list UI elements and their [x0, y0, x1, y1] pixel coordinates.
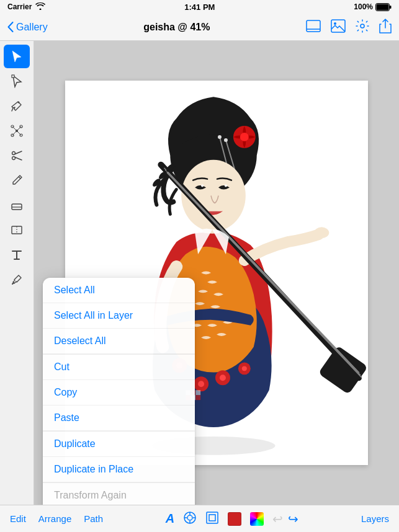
tool-select[interactable] — [4, 45, 30, 68]
svg-line-24 — [12, 283, 14, 284]
layers-button[interactable]: Layers — [361, 513, 389, 524]
context-menu: Select All Select All in Layer Deselect … — [43, 278, 195, 505]
svg-rect-59 — [195, 395, 200, 400]
tool-shape[interactable] — [4, 218, 30, 242]
svg-point-34 — [201, 185, 204, 187]
page-title: geisha @ 41% — [143, 22, 210, 33]
fill-color-swatch[interactable] — [228, 512, 241, 526]
settings-icon[interactable] — [356, 19, 369, 35]
arrange-button[interactable]: Arrange — [38, 513, 71, 524]
frame-icon[interactable] — [205, 511, 219, 527]
left-toolbar — [0, 41, 34, 505]
menu-item-select-all[interactable]: Select All — [43, 278, 195, 303]
bottom-left-buttons: Edit Arrange Path — [10, 513, 103, 524]
svg-rect-2 — [390, 6, 392, 9]
tool-eyedropper[interactable] — [4, 268, 30, 291]
tool-pencil[interactable] — [4, 169, 30, 192]
tool-scissors[interactable] — [4, 144, 30, 167]
menu-item-transform-again: Transform Again — [43, 483, 195, 505]
bottom-center-controls: A ↩ ↪ — [166, 511, 298, 527]
svg-line-17 — [15, 151, 22, 154]
undo-button[interactable]: ↩ — [272, 512, 283, 526]
svg-point-28 — [240, 133, 249, 141]
battery-icon — [375, 3, 392, 11]
main-area: Select All Select All in Layer Deselect … — [0, 41, 399, 505]
edit-button[interactable]: Edit — [10, 513, 26, 524]
tool-node[interactable] — [4, 119, 30, 143]
menu-item-duplicate-in-place[interactable]: Duplicate in Place — [43, 457, 195, 482]
svg-line-18 — [15, 157, 22, 161]
svg-rect-5 — [331, 20, 345, 32]
tool-text[interactable] — [4, 243, 30, 267]
text-tool-icon[interactable]: A — [166, 512, 174, 526]
artboard-icon[interactable] — [183, 511, 197, 527]
stroke-color-swatch[interactable] — [250, 512, 264, 526]
wifi-icon — [35, 2, 45, 12]
svg-rect-8 — [12, 75, 14, 78]
menu-item-deselect-all[interactable]: Deselect All — [43, 329, 195, 354]
bottom-toolbar: Edit Arrange Path A — [0, 505, 399, 532]
menu-item-cut[interactable]: Cut — [43, 355, 195, 380]
status-right: 100% — [354, 2, 392, 11]
svg-point-32 — [218, 135, 222, 139]
svg-line-19 — [19, 177, 20, 179]
status-time: 1:41 PM — [184, 2, 215, 12]
svg-point-44 — [242, 366, 247, 371]
share-icon[interactable] — [379, 19, 392, 35]
tool-pen[interactable] — [4, 94, 30, 118]
menu-item-duplicate[interactable]: Duplicate — [43, 432, 195, 457]
status-left: Carrier — [7, 2, 45, 12]
svg-point-45 — [314, 227, 329, 238]
tool-direct-select[interactable] — [4, 69, 30, 93]
battery-label: 100% — [354, 2, 373, 11]
expand-icon[interactable] — [306, 20, 321, 34]
back-button[interactable]: Gallery — [7, 22, 48, 33]
canvas-area[interactable]: Select All Select All in Layer Deselect … — [34, 41, 399, 505]
svg-point-40 — [198, 381, 204, 387]
svg-point-9 — [18, 102, 20, 104]
svg-rect-68 — [209, 515, 215, 521]
redo-button[interactable]: ↪ — [288, 512, 298, 526]
path-button[interactable]: Path — [84, 513, 103, 524]
nav-right-buttons — [306, 19, 392, 35]
tool-eraser[interactable] — [4, 193, 30, 217]
svg-rect-67 — [207, 512, 218, 523]
menu-item-paste[interactable]: Paste — [43, 406, 195, 431]
svg-rect-3 — [307, 20, 320, 32]
undo-redo-controls: ↩ ↪ — [272, 512, 298, 526]
svg-rect-1 — [376, 4, 388, 10]
svg-rect-56 — [195, 390, 200, 395]
svg-point-6 — [334, 22, 336, 25]
svg-point-7 — [361, 24, 364, 28]
svg-point-30 — [224, 138, 228, 142]
back-label: Gallery — [16, 22, 48, 33]
svg-point-62 — [187, 515, 192, 520]
menu-item-copy[interactable]: Copy — [43, 380, 195, 406]
svg-point-42 — [220, 375, 226, 381]
back-chevron-icon — [7, 22, 14, 32]
svg-point-35 — [225, 185, 227, 187]
nav-bar: Gallery geisha @ 41% — [0, 14, 399, 41]
status-bar: Carrier 1:41 PM 100% — [0, 0, 399, 14]
menu-item-select-all-layer[interactable]: Select All in Layer — [43, 303, 195, 329]
carrier-label: Carrier — [7, 2, 32, 11]
image-icon[interactable] — [331, 19, 346, 35]
